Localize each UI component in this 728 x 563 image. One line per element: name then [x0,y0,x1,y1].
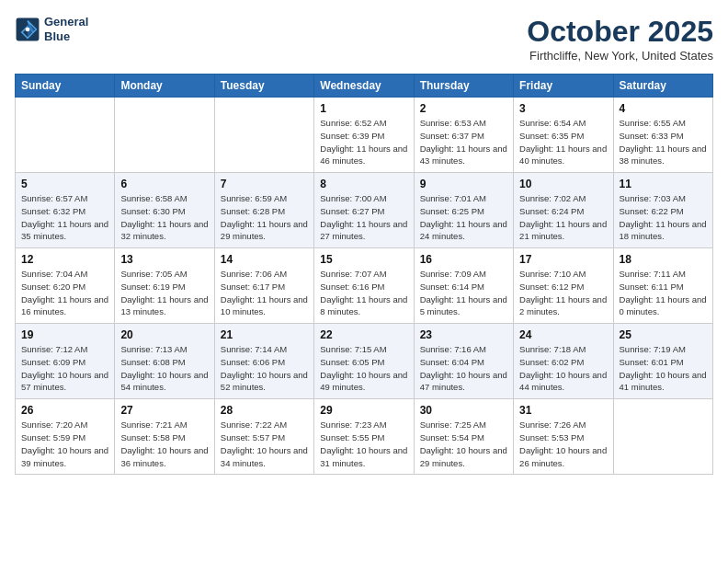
calendar-week-row: 19Sunrise: 7:12 AMSunset: 6:09 PMDayligh… [16,324,713,399]
day-info: Sunrise: 7:07 AMSunset: 6:16 PMDaylight:… [320,268,407,318]
calendar-cell: 11Sunrise: 7:03 AMSunset: 6:22 PMDayligh… [613,173,712,248]
calendar-cell: 27Sunrise: 7:21 AMSunset: 5:58 PMDayligh… [115,399,214,475]
day-info: Sunrise: 7:05 AMSunset: 6:19 PMDaylight:… [120,268,208,318]
day-info: Sunrise: 6:53 AMSunset: 6:37 PMDaylight:… [420,117,507,167]
day-info: Sunrise: 6:54 AMSunset: 6:35 PMDaylight:… [519,117,607,167]
calendar-cell [16,98,115,173]
day-number: 11 [620,178,707,190]
day-info: Sunrise: 6:58 AMSunset: 6:30 PMDaylight:… [120,192,208,243]
calendar-cell: 10Sunrise: 7:02 AMSunset: 6:24 PMDayligh… [514,173,613,248]
day-info: Sunrise: 7:18 AMSunset: 6:02 PMDaylight:… [519,343,607,394]
calendar-cell: 4Sunrise: 6:55 AMSunset: 6:33 PMDaylight… [613,98,712,173]
logo-icon [15,17,40,42]
calendar-cell: 14Sunrise: 7:06 AMSunset: 6:17 PMDayligh… [214,248,313,324]
calendar-cell [613,399,712,475]
calendar-cell: 8Sunrise: 7:00 AMSunset: 6:27 PMDaylight… [314,173,414,248]
calendar-cell: 5Sunrise: 6:57 AMSunset: 6:32 PMDaylight… [16,173,115,248]
calendar-cell: 2Sunrise: 6:53 AMSunset: 6:37 PMDaylight… [414,98,513,173]
day-number: 22 [320,328,407,341]
day-info: Sunrise: 7:00 AMSunset: 6:27 PMDaylight:… [320,192,407,243]
day-info: Sunrise: 7:22 AMSunset: 5:57 PMDaylight:… [221,419,308,469]
logo-text: General Blue [44,15,88,43]
day-info: Sunrise: 7:23 AMSunset: 5:55 PMDaylight:… [320,419,407,469]
day-number: 27 [120,404,208,417]
calendar-week-row: 26Sunrise: 7:20 AMSunset: 5:59 PMDayligh… [16,399,713,475]
day-info: Sunrise: 7:01 AMSunset: 6:25 PMDaylight:… [420,192,507,243]
month-title: October 2025 [527,15,713,49]
day-number: 5 [21,178,108,190]
weekday-header-thursday: Thursday [414,75,513,98]
calendar-cell: 12Sunrise: 7:04 AMSunset: 6:20 PMDayligh… [16,248,115,324]
day-info: Sunrise: 7:16 AMSunset: 6:04 PMDaylight:… [420,343,507,394]
calendar-cell: 15Sunrise: 7:07 AMSunset: 6:16 PMDayligh… [314,248,414,324]
day-info: Sunrise: 7:20 AMSunset: 5:59 PMDaylight:… [21,419,108,469]
calendar-cell: 20Sunrise: 7:13 AMSunset: 6:08 PMDayligh… [115,324,214,399]
day-number: 13 [120,253,208,266]
day-info: Sunrise: 7:12 AMSunset: 6:09 PMDaylight:… [21,343,108,394]
logo-line2: Blue [44,29,70,43]
calendar-cell: 18Sunrise: 7:11 AMSunset: 6:11 PMDayligh… [613,248,712,324]
calendar-cell: 7Sunrise: 6:59 AMSunset: 6:28 PMDaylight… [214,173,313,248]
calendar-cell: 22Sunrise: 7:15 AMSunset: 6:05 PMDayligh… [314,324,414,399]
weekday-header-row: SundayMondayTuesdayWednesdayThursdayFrid… [16,75,713,98]
calendar-week-row: 12Sunrise: 7:04 AMSunset: 6:20 PMDayligh… [16,248,713,324]
day-number: 23 [420,328,507,341]
day-info: Sunrise: 7:06 AMSunset: 6:17 PMDaylight:… [221,268,308,318]
day-info: Sunrise: 7:02 AMSunset: 6:24 PMDaylight:… [519,192,607,243]
calendar-cell: 6Sunrise: 6:58 AMSunset: 6:30 PMDaylight… [115,173,214,248]
day-info: Sunrise: 7:19 AMSunset: 6:01 PMDaylight:… [620,343,707,394]
title-block: October 2025 Firthcliffe, New York, Unit… [527,15,713,63]
calendar-table: SundayMondayTuesdayWednesdayThursdayFrid… [15,74,713,475]
day-number: 3 [519,102,607,115]
calendar-cell: 25Sunrise: 7:19 AMSunset: 6:01 PMDayligh… [613,324,712,399]
day-info: Sunrise: 7:03 AMSunset: 6:22 PMDaylight:… [620,192,707,243]
day-info: Sunrise: 7:10 AMSunset: 6:12 PMDaylight:… [519,268,607,318]
day-info: Sunrise: 7:15 AMSunset: 6:05 PMDaylight:… [320,343,407,394]
day-number: 1 [320,102,407,115]
calendar-cell: 26Sunrise: 7:20 AMSunset: 5:59 PMDayligh… [16,399,115,475]
day-number: 14 [221,253,308,266]
day-info: Sunrise: 6:59 AMSunset: 6:28 PMDaylight:… [221,192,308,243]
weekday-header-tuesday: Tuesday [214,75,313,98]
day-number: 9 [420,178,507,190]
day-number: 31 [519,404,607,417]
day-number: 25 [620,328,707,341]
calendar-cell: 31Sunrise: 7:26 AMSunset: 5:53 PMDayligh… [514,399,613,475]
day-number: 4 [620,102,707,115]
calendar-cell: 16Sunrise: 7:09 AMSunset: 6:14 PMDayligh… [414,248,513,324]
day-number: 2 [420,102,507,115]
page-header: General Blue October 2025 Firthcliffe, N… [15,15,713,63]
day-number: 24 [519,328,607,341]
calendar-week-row: 5Sunrise: 6:57 AMSunset: 6:32 PMDaylight… [16,173,713,248]
calendar-cell: 28Sunrise: 7:22 AMSunset: 5:57 PMDayligh… [214,399,313,475]
logo-line1: General [44,15,88,29]
calendar-cell: 9Sunrise: 7:01 AMSunset: 6:25 PMDaylight… [414,173,513,248]
day-number: 17 [519,253,607,266]
weekday-header-sunday: Sunday [16,75,115,98]
calendar-week-row: 1Sunrise: 6:52 AMSunset: 6:39 PMDaylight… [16,98,713,173]
day-number: 28 [221,404,308,417]
day-number: 20 [120,328,208,341]
day-number: 10 [519,178,607,190]
weekday-header-friday: Friday [514,75,613,98]
day-number: 26 [21,404,108,417]
day-info: Sunrise: 7:14 AMSunset: 6:06 PMDaylight:… [221,343,308,394]
calendar-cell: 29Sunrise: 7:23 AMSunset: 5:55 PMDayligh… [314,399,414,475]
day-info: Sunrise: 7:11 AMSunset: 6:11 PMDaylight:… [620,268,707,318]
day-number: 21 [221,328,308,341]
day-info: Sunrise: 6:57 AMSunset: 6:32 PMDaylight:… [21,192,108,243]
svg-point-3 [26,27,30,31]
calendar-cell: 21Sunrise: 7:14 AMSunset: 6:06 PMDayligh… [214,324,313,399]
calendar-cell [214,98,313,173]
day-number: 8 [320,178,407,190]
logo: General Blue [15,15,88,43]
day-info: Sunrise: 7:04 AMSunset: 6:20 PMDaylight:… [21,268,108,318]
calendar-cell: 3Sunrise: 6:54 AMSunset: 6:35 PMDaylight… [514,98,613,173]
day-info: Sunrise: 7:26 AMSunset: 5:53 PMDaylight:… [519,419,607,469]
calendar-cell: 13Sunrise: 7:05 AMSunset: 6:19 PMDayligh… [115,248,214,324]
calendar-cell: 19Sunrise: 7:12 AMSunset: 6:09 PMDayligh… [16,324,115,399]
calendar-cell: 17Sunrise: 7:10 AMSunset: 6:12 PMDayligh… [514,248,613,324]
day-number: 18 [620,253,707,266]
day-number: 7 [221,178,308,190]
calendar-cell: 1Sunrise: 6:52 AMSunset: 6:39 PMDaylight… [314,98,414,173]
